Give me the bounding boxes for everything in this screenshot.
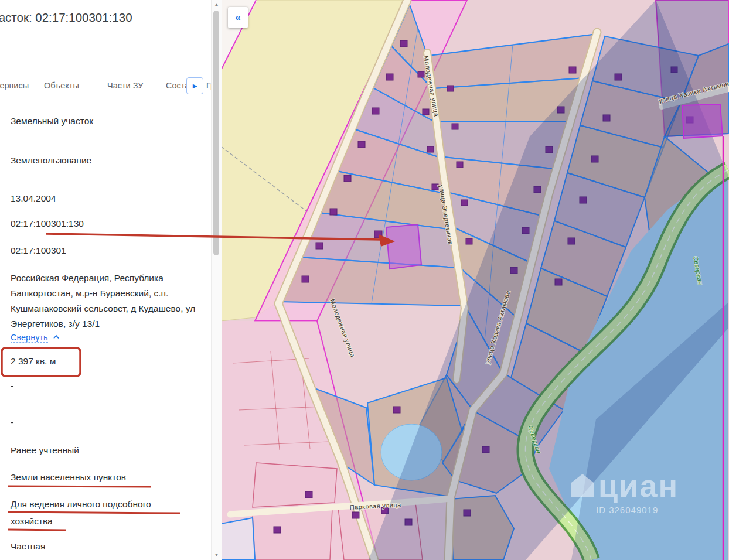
sidebar-collapse-button[interactable]: «	[228, 7, 248, 28]
double-chevron-left-icon: «	[235, 12, 240, 23]
field-area: 2 397 кв. м	[11, 356, 56, 367]
collapse-link[interactable]: Свернуть	[11, 333, 60, 342]
field-permitted-use: Для ведения личного подсобного хозяйства	[11, 496, 182, 530]
parcel-info-panel: Участок: 02:17:100301:130 Сервисы Объект…	[0, 0, 211, 560]
field-dash-2: -	[11, 417, 13, 428]
field-dash-1: -	[11, 381, 13, 391]
chevron-right-icon: ▶	[193, 83, 197, 89]
tab-objects[interactable]: Объекты	[44, 81, 79, 90]
tab-bar: Сервисы Объекты Части ЗУ Состав ▶ График	[0, 76, 211, 97]
chevron-up-icon	[53, 334, 60, 339]
selected-parcel[interactable]	[386, 224, 421, 269]
field-land-use: Землепользование	[11, 155, 91, 166]
page-title: Участок: 02:17:100301:130	[0, 11, 132, 25]
tab-parts[interactable]: Части ЗУ	[107, 81, 144, 90]
panel-scrollbar[interactable]: ▲ ▼	[211, 0, 222, 560]
field-cadastral-number: 02:17:100301:130	[11, 218, 84, 229]
field-object-type: Земельный участок	[11, 116, 93, 127]
watermark-id: ID 326049019	[596, 505, 658, 515]
map-canvas[interactable]: Молодежная улица Молодежная улица улица …	[221, 0, 729, 560]
scroll-up-icon[interactable]: ▲	[212, 0, 222, 9]
field-ownership: Частная	[11, 541, 45, 552]
field-status: Ранее учтенный	[11, 445, 79, 456]
scroll-down-icon[interactable]: ▼	[212, 551, 222, 560]
tab-services[interactable]: Сервисы	[0, 81, 29, 90]
watermark-logo: циан	[598, 468, 679, 503]
scrollbar-thumb[interactable]	[213, 11, 219, 255]
field-cadastral-quarter: 02:17:100301	[11, 245, 66, 256]
app: { "panel": { "title": "Участок: 02:17:10…	[0, 0, 729, 560]
tab-chart[interactable]: График	[206, 81, 211, 90]
field-land-category: Земли населенных пунктов	[11, 472, 126, 483]
tabs-next-button[interactable]: ▶	[186, 77, 203, 94]
field-reg-date: 13.04.2004	[11, 193, 56, 204]
field-address: Российская Федерация, Республика Башкорт…	[11, 271, 209, 332]
map-svg: Молодежная улица Молодежная улица улица …	[221, 0, 729, 560]
